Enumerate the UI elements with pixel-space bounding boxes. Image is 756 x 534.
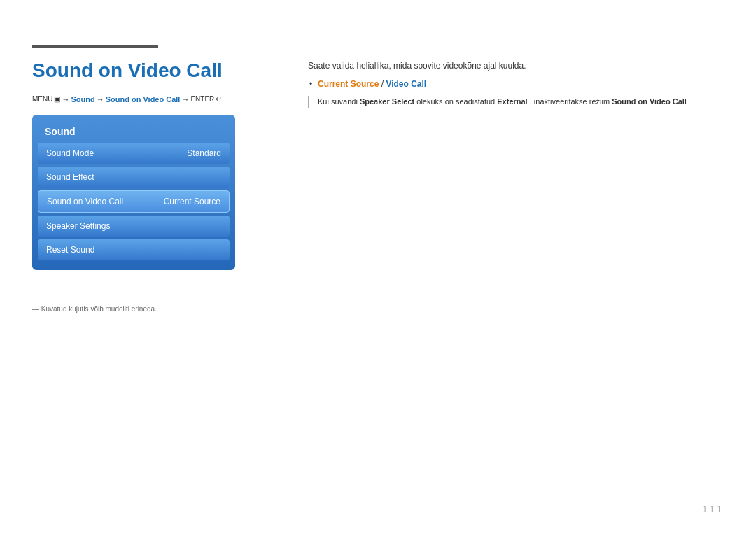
menu-item-sound-on-video-call[interactable]: Sound on Video Call Current Source	[38, 190, 230, 213]
panel-header: Sound	[38, 122, 230, 143]
footnote-arrow: ―	[32, 305, 39, 313]
footnote-divider	[32, 300, 162, 300]
top-rule-accent	[32, 45, 158, 48]
menu-box-icon: ▣	[54, 95, 60, 103]
option-item: Current Source / Video Call	[308, 79, 724, 89]
page-number: 111	[702, 504, 724, 514]
description-intro: Saate valida heliallika, mida soovite vi…	[308, 59, 724, 72]
sound-mode-value: Standard	[187, 148, 221, 158]
note-sound-on-video-call: Sound on Video Call	[612, 97, 687, 106]
menu-item-sound-effect[interactable]: Sound Effect	[38, 167, 230, 188]
sound-mode-label: Sound Mode	[46, 148, 94, 158]
breadcrumb-arrow-3: →	[181, 95, 189, 104]
option-video-call: Video Call	[386, 79, 426, 89]
footnote: ― Kuvatud kujutis võib mudeliti erineda.	[32, 305, 157, 313]
breadcrumb-arrow-1: →	[62, 95, 69, 104]
note-external: External	[497, 97, 527, 106]
note-comma: , inaktiveeritakse režiim	[530, 97, 610, 106]
footnote-text: Kuvatud kujutis võib mudeliti erineda.	[41, 305, 157, 313]
sound-on-video-call-label: Sound on Video Call	[47, 197, 123, 206]
menu-item-speaker-settings[interactable]: Speaker Settings	[38, 216, 230, 237]
menu-icon: MENU	[32, 95, 52, 103]
options-list: Current Source / Video Call	[308, 79, 724, 89]
menu-item-reset-sound[interactable]: Reset Sound	[38, 239, 230, 260]
note-speaker-select: Speaker Select	[360, 97, 414, 106]
note-prefix: Kui suvandi	[318, 97, 358, 106]
breadcrumb-sound-video-call: Sound on Video Call	[106, 95, 181, 104]
option-divider: /	[382, 79, 384, 89]
reset-sound-label: Reset Sound	[46, 245, 94, 255]
note-middle: olekuks on seadistatud	[416, 97, 495, 106]
sound-panel: Sound Sound Mode Standard Sound Effect S…	[32, 115, 235, 270]
sound-effect-label: Sound Effect	[46, 172, 94, 182]
enter-symbol: ↵	[216, 94, 222, 104]
breadcrumb-arrow-2: →	[97, 95, 104, 104]
breadcrumb-sound: Sound	[71, 95, 94, 104]
option-current-source: Current Source	[318, 79, 379, 89]
breadcrumb-enter: ENTER	[190, 95, 214, 103]
menu-item-sound-mode[interactable]: Sound Mode Standard	[38, 143, 230, 164]
sound-on-video-call-value: Current Source	[164, 197, 220, 206]
right-column: Saate valida heliallika, mida soovite vi…	[308, 59, 724, 108]
note: Kui suvandi Speaker Select olekuks on se…	[308, 96, 724, 108]
left-column: Sound on Video Call MENU ▣ → Sound → Sou…	[32, 59, 305, 270]
breadcrumb: MENU ▣ → Sound → Sound on Video Call → E…	[32, 94, 305, 104]
speaker-settings-label: Speaker Settings	[46, 221, 110, 231]
page-title: Sound on Video Call	[32, 59, 305, 82]
